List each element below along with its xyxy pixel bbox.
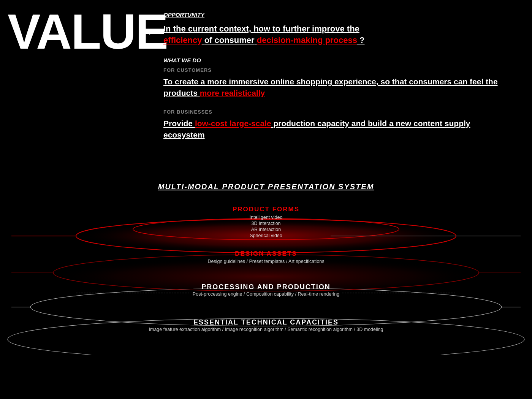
opportunity-label: OPPORTUNITY — [163, 11, 509, 18]
essential-sub: Image feature extraction algorithm / Ima… — [0, 327, 532, 332]
spherical-video: Spherical video — [0, 233, 532, 238]
3d-interaction: 3D interaction — [0, 221, 532, 226]
processing-sub: Post-processing engine / Composition cap… — [0, 291, 532, 297]
business-highlight: low-cost large-scale — [195, 119, 271, 128]
question-end: ? — [359, 35, 364, 45]
customer-statement: To create a more immersive online shoppi… — [163, 76, 509, 98]
system-title: MULTI-MODAL PRODUCT PRESENTATION SYSTEM — [0, 182, 532, 191]
question-text-part2: of consumer — [204, 35, 255, 45]
top-section: VALUE ↗ OPPORTUNITY In the current conte… — [0, 0, 532, 160]
processing-label: PROCESSING AND PRODUCTION — [0, 283, 532, 291]
customer-highlight: more realistically — [200, 89, 265, 97]
ar-interaction: AR interaction — [0, 227, 532, 232]
opportunity-question: In the current context, how to further i… — [163, 23, 509, 46]
for-customers-label: FOR CUSTOMERS — [163, 67, 509, 73]
product-forms-label: PRODUCT FORMS — [0, 206, 532, 213]
design-assets-sub: Design guidelines / Preset templates / A… — [0, 259, 532, 264]
business-statement: Provide low-cost large-scale production … — [163, 118, 509, 140]
arrow-indicator: ↗ — [148, 7, 160, 160]
essential-label: ESSENTIAL TECHNICAL CAPACITIES — [0, 318, 532, 326]
intelligent-video: Intelligent video — [0, 215, 532, 220]
question-highlight2: decision-making process — [257, 35, 357, 45]
question-text-part1: In the current context, how to further i… — [163, 24, 359, 33]
design-assets-label: DESIGN ASSETS — [0, 250, 532, 258]
for-businesses-label: FOR BUSINESSES — [163, 109, 509, 115]
question-highlight1: efficiency — [163, 35, 202, 45]
diagram-section: MULTI-MODAL PRODUCT PRESENTATION SYSTEM — [0, 182, 532, 355]
what-we-do-label: WHAT WE DO — [163, 57, 509, 63]
value-title: VALUE — [0, 7, 148, 160]
diagram-container: PRODUCT FORMS Intelligent video 3D inter… — [0, 195, 532, 355]
content-column: OPPORTUNITY In the current context, how … — [160, 7, 532, 160]
business-text-part1: Provide — [163, 119, 193, 128]
